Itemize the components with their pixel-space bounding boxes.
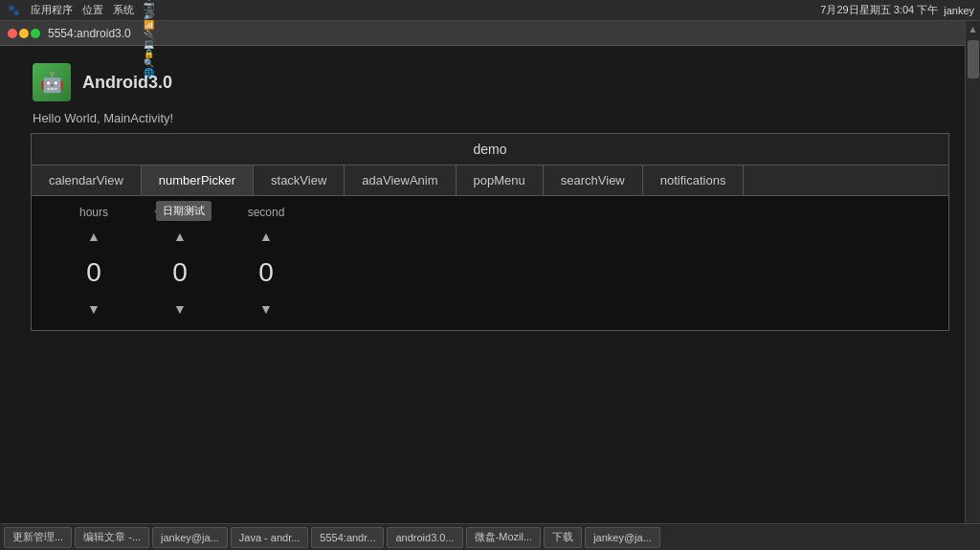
tab-notifications[interactable]: notifications	[643, 165, 745, 195]
datetime: 7月29日星期五 3:04 下午	[820, 3, 938, 17]
system-bar-left: 🐾 应用程序 位置 系统 🖥️📋📡🔔📦📮📷🔊📶🔌💻🔒🔍🌐	[6, 3, 159, 18]
second-up-button[interactable]: ▲	[252, 225, 280, 248]
tab-pop-menu[interactable]: popMenu	[457, 165, 544, 195]
minutes-up-button[interactable]: ▲	[166, 225, 194, 248]
minutes-down-button[interactable]: ▼	[166, 297, 194, 320]
tooltip-bubble: 日期测试	[156, 201, 212, 221]
main-content: 🤖 Android3.0 Hello World, MainActivity! …	[21, 55, 959, 331]
tab-bar: calendarView numberPicker stackView adaV…	[32, 165, 948, 196]
tab-stack-view[interactable]: stackView	[254, 165, 345, 195]
taskbar-item-5[interactable]: android3.0...	[387, 527, 462, 548]
system-bar-right: 7月29日星期五 3:04 下午 jankey	[820, 3, 974, 17]
window-minimize-dot[interactable]	[19, 29, 29, 38]
window-maximize-dot[interactable]	[31, 29, 40, 38]
pickers-row: hours ▲ 0 ▼ minutes ▲ 0 ▼ second ▲ 0	[51, 206, 929, 320]
hours-down-button[interactable]: ▼	[79, 297, 108, 320]
window-title: 5554:android3.0	[48, 27, 131, 40]
picker-area: 日期测试 hours ▲ 0 ▼ minutes ▲ 0 ▼	[32, 196, 948, 330]
taskbar-item-8[interactable]: jankey@ja...	[585, 527, 660, 548]
app-header: 🤖 Android3.0	[21, 55, 959, 109]
taskbar-item-4[interactable]: 5554:andr...	[311, 527, 384, 548]
hours-picker: hours ▲ 0 ▼	[51, 206, 137, 320]
window-close-dot[interactable]	[8, 29, 17, 38]
tab-ada-view-anim[interactable]: adaViewAnim	[345, 165, 456, 195]
scroll-thumb[interactable]	[968, 40, 979, 78]
system-bar: 🐾 应用程序 位置 系统 🖥️📋📡🔔📦📮📷🔊📶🔌💻🔒🔍🌐 7月29日星期五 3:…	[0, 0, 980, 21]
second-down-button[interactable]: ▼	[252, 297, 280, 320]
app-icon-symbol: 🤖	[40, 71, 64, 94]
hours-up-button[interactable]: ▲	[79, 225, 108, 248]
tab-number-picker[interactable]: numberPicker	[142, 165, 254, 195]
taskbar-item-7[interactable]: 下载	[544, 527, 582, 548]
taskbar: 更新管理... 编辑文章 -... jankey@ja... Java - an…	[0, 523, 980, 550]
menu-location[interactable]: 位置	[82, 3, 103, 17]
hello-world-text: Hello World, MainActivity!	[21, 109, 959, 133]
minutes-value: 0	[151, 248, 209, 297]
menu-system[interactable]: 系统	[113, 3, 134, 17]
demo-container: demo calendarView numberPicker stackView…	[31, 133, 949, 331]
taskbar-item-3[interactable]: Java - andr...	[231, 527, 309, 548]
second-value: 0	[237, 248, 295, 297]
scroll-up-arrow[interactable]: ▲	[966, 21, 981, 36]
sys-tray-icons: 🖥️📋📡🔔📦📮📷🔊📶🔌💻🔒🔍🌐	[144, 3, 159, 18]
taskbar-item-0[interactable]: 更新管理...	[4, 527, 72, 548]
second-label: second	[248, 206, 285, 219]
system-app-icon: 🐾	[6, 3, 21, 18]
minutes-picker: minutes ▲ 0 ▼	[137, 206, 223, 320]
second-picker: second ▲ 0 ▼	[223, 206, 309, 320]
app-title: Android3.0	[82, 73, 172, 93]
taskbar-item-6[interactable]: 微盘-Mozil...	[466, 527, 542, 548]
scrollbar[interactable]: ▲	[965, 21, 980, 550]
app-icon: 🤖	[33, 63, 71, 101]
taskbar-item-1[interactable]: 编辑文章 -...	[75, 527, 149, 548]
tab-calendar-view[interactable]: calendarView	[32, 165, 142, 195]
menu-app[interactable]: 应用程序	[31, 3, 73, 17]
username: jankey	[944, 5, 974, 16]
taskbar-item-2[interactable]: jankey@ja...	[152, 527, 228, 548]
hours-label: hours	[79, 206, 108, 219]
demo-title: demo	[32, 134, 948, 165]
tab-search-view[interactable]: searchView	[544, 165, 643, 195]
hours-value: 0	[65, 248, 122, 297]
